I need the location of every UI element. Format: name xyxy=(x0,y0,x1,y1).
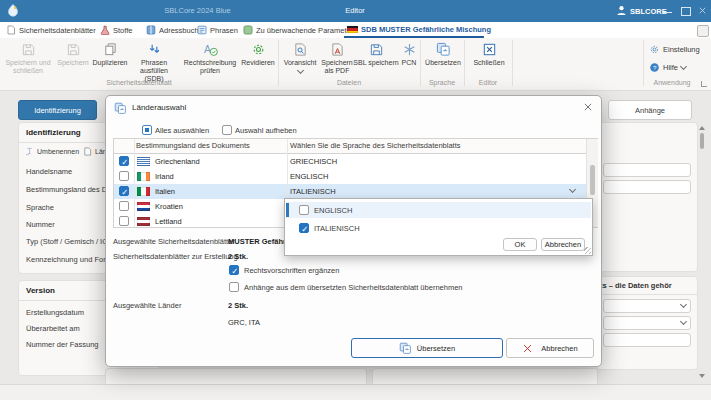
tab-sicherheitsdatenblaetter[interactable]: Sicherheitsdatenblätter xyxy=(6,25,96,35)
text-input[interactable] xyxy=(603,180,691,194)
text-input[interactable] xyxy=(603,333,691,347)
clear-selection-label[interactable]: Auswahl aufheben xyxy=(235,126,297,135)
field-label-nummer: Nummer xyxy=(26,220,55,229)
field-label-fassung: Nummer der Fassung xyxy=(26,340,99,349)
tab-parameter[interactable]: Zu überwachende Parameter xyxy=(243,25,353,35)
flag-croatia-icon xyxy=(137,202,150,211)
button-label: Übersetzen xyxy=(417,344,455,353)
row-checkbox[interactable] xyxy=(119,156,129,166)
regulations-checkbox[interactable] xyxy=(229,265,239,275)
tab-overflow-icon[interactable] xyxy=(697,25,709,37)
field-label-kennzeichnung: Kennzeichnung und Form xyxy=(26,255,112,264)
button-label: Revidieren xyxy=(241,59,274,66)
group-label-sdb: Sicherheitsdatenblatt xyxy=(0,79,278,86)
clear-selection-checkbox[interactable] xyxy=(222,125,232,135)
close-box-icon xyxy=(482,42,497,57)
address-book-icon xyxy=(146,25,156,35)
button-label: Schließen xyxy=(473,59,504,66)
language-cell[interactable]: ENGLISCH xyxy=(290,172,328,181)
button-label: Speichern xyxy=(57,59,89,66)
select-input[interactable] xyxy=(603,299,691,313)
select-all-checkbox[interactable] xyxy=(142,125,152,135)
table-row-italien-selected[interactable]: Italien ITALIENISCH xyxy=(114,184,586,199)
dropdown-cancel-button[interactable]: Abbrechen xyxy=(541,238,585,251)
field-label-handelsname: Handelsname xyxy=(26,167,72,176)
right-panel-bottom: ts – die Daten gehör xyxy=(596,276,698,370)
close-window-icon[interactable] xyxy=(698,6,707,15)
creation-count-label: Sicherheitsdatenblätter zur Erstellung xyxy=(113,252,238,261)
tab-stoffe[interactable]: Stoffe xyxy=(100,25,132,35)
column-header-country[interactable]: Bestimmungsland des Dokuments xyxy=(136,139,250,153)
section-title-fragment: ts – die Daten gehör xyxy=(600,281,672,290)
row-checkbox[interactable] xyxy=(119,186,129,196)
tab-label: Zu überwachende Parameter xyxy=(256,26,353,35)
row-checkbox[interactable] xyxy=(119,171,129,181)
title-bar: SBLCore 2024 Blue Editor SBLCORE xyxy=(0,0,711,22)
phrases-icon xyxy=(197,25,207,35)
scroll-up-icon[interactable] xyxy=(699,126,705,130)
help-button[interactable]: Hilfe xyxy=(649,62,686,73)
scrollbar-thumb[interactable] xyxy=(700,133,704,149)
tab-identifizierung[interactable]: Identifizierung xyxy=(18,100,97,120)
field-label-bestimmungsland: Bestimmungsland des Do xyxy=(26,185,111,194)
option-label[interactable]: ENGLISCH xyxy=(314,206,352,215)
attachments-checkbox[interactable] xyxy=(229,282,239,292)
rename-button[interactable]: Umbenennen xyxy=(25,147,79,156)
focus-bar xyxy=(286,203,289,217)
tab-sdb-muster-active[interactable]: SDB MUSTER Gefährliche Mischung xyxy=(347,25,491,34)
text-input[interactable] xyxy=(603,163,691,177)
expand-application-group-icon[interactable] xyxy=(701,81,707,87)
option-checkbox[interactable] xyxy=(299,223,309,233)
scroll-down-icon[interactable] xyxy=(699,374,705,378)
option-label[interactable]: ITALIENISCH xyxy=(314,224,360,233)
regulations-label[interactable]: Rechtsvorschriften ergänzen xyxy=(244,266,339,275)
tab-label: Identifizierung xyxy=(34,106,81,115)
select-all-label[interactable]: Alles auswählen xyxy=(155,126,209,135)
tab-label: Phrasen xyxy=(210,26,238,35)
document-icon xyxy=(6,25,16,35)
language-cell[interactable]: ITALIENISCH xyxy=(290,187,336,196)
maximize-icon[interactable] xyxy=(681,7,691,16)
country-selection-dialog: Länderauswahl Alles auswählen Auswahl au… xyxy=(105,95,602,367)
user-label[interactable]: SBLCORE xyxy=(630,7,667,16)
dropdown-option-italienisch[interactable]: ITALIENISCH xyxy=(286,220,591,236)
country-cell: Griechenland xyxy=(155,157,200,166)
flask-icon xyxy=(100,25,110,35)
pcn-icon xyxy=(402,42,417,57)
dialog-cancel-button[interactable]: Abbrechen xyxy=(506,338,594,358)
resize-grip[interactable] xyxy=(584,247,591,254)
button-label: Speichern und schließen xyxy=(5,59,50,74)
language-dropdown-panel: ENGLISCH ITALIENISCH OK Abbrechen xyxy=(284,198,593,256)
column-header-language[interactable]: Wählen Sie die Sprache des Sicherheitsda… xyxy=(290,139,461,153)
row-checkbox[interactable] xyxy=(119,201,129,211)
dropdown-ok-button[interactable]: OK xyxy=(503,238,537,251)
minimize-icon[interactable] xyxy=(663,12,672,13)
table-row-irland[interactable]: Irland ENGLISCH xyxy=(114,169,586,184)
tab-adressbuch[interactable]: Adressbuch xyxy=(146,25,199,35)
button-label: Hilfe xyxy=(663,63,678,72)
dialog-close-icon[interactable] xyxy=(583,102,593,112)
field-label-erstellungsdatum: Erstellungsdatum xyxy=(26,308,84,317)
select-input[interactable] xyxy=(603,316,691,330)
tab-label: Anhänge xyxy=(635,106,665,115)
settings-button[interactable]: Einstellung xyxy=(649,44,700,55)
table-row-griechenland[interactable]: Griechenland GRIECHISCH xyxy=(114,154,586,169)
selected-sdb-label: Ausgewählte Sicherheitsdatenblätter xyxy=(113,237,235,246)
button-label: Voransicht xyxy=(284,59,317,66)
row-checkbox[interactable] xyxy=(119,216,129,226)
tab-phrasen[interactable]: Phrasen xyxy=(197,25,238,35)
spellcheck-icon xyxy=(203,42,218,57)
dropdown-option-englisch[interactable]: ENGLISCH xyxy=(286,202,591,218)
creation-count-value: 2 Stk. xyxy=(228,252,248,261)
option-checkbox[interactable] xyxy=(299,205,309,215)
ribbon: Speichern und schließen Speichern Dupliz… xyxy=(0,38,711,91)
button-label: OK xyxy=(515,240,526,249)
app-title: SBLCore 2024 Blue xyxy=(125,6,270,15)
dialog-translate-button[interactable]: Übersetzen xyxy=(351,338,503,358)
language-dropdown-icon[interactable] xyxy=(569,186,576,193)
language-cell[interactable]: GRIECHISCH xyxy=(290,157,337,166)
attachments-label[interactable]: Anhänge aus dem übersetzten Sicherheitsd… xyxy=(244,283,462,292)
settings-gear-icon xyxy=(649,44,660,55)
tab-anhaenge[interactable]: Anhänge xyxy=(608,100,692,120)
table-scrollbar-thumb[interactable] xyxy=(590,165,595,195)
